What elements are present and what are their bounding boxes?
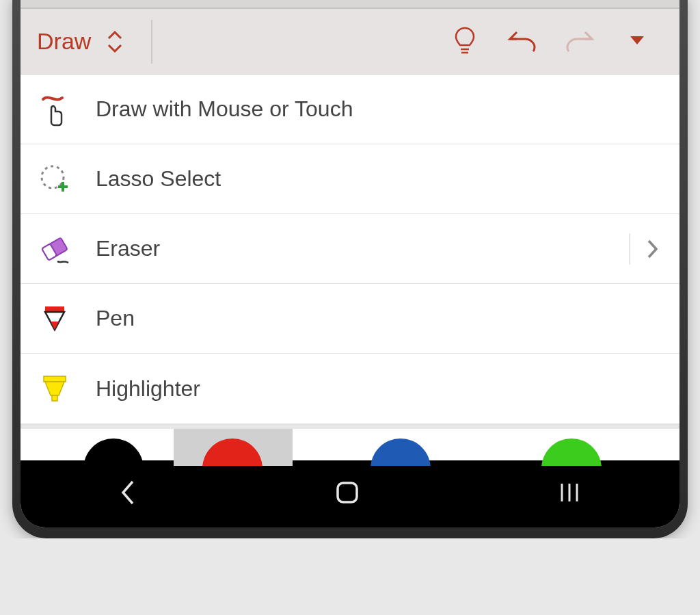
chevron-right-icon [629, 233, 659, 265]
menu-item-label: Eraser [96, 236, 606, 261]
svg-point-3 [42, 166, 64, 188]
overflow-button[interactable] [608, 20, 666, 64]
draw-touch-icon [37, 92, 72, 127]
screen: Draw [21, 0, 679, 527]
menu-item-label: Lasso Select [96, 166, 659, 192]
caret-down-icon [629, 35, 645, 49]
menu-item-label: Highlighter [96, 376, 659, 402]
svg-marker-2 [630, 36, 644, 44]
nav-home-button[interactable] [334, 480, 360, 508]
svg-rect-14 [338, 483, 357, 502]
ribbon-toolbar: Draw [21, 9, 679, 75]
color-swatch-black[interactable] [55, 429, 174, 466]
color-swatch-row [21, 423, 679, 460]
menu-item-draw-touch[interactable]: Draw with Mouse or Touch [21, 75, 679, 144]
color-swatch-green[interactable] [513, 429, 632, 466]
menu-item-label: Pen [96, 306, 659, 331]
eraser-icon [37, 231, 72, 267]
pen-icon [37, 301, 72, 337]
svg-rect-11 [44, 376, 66, 382]
redo-icon [565, 27, 595, 57]
svg-marker-12 [45, 382, 64, 395]
android-nav-bar [21, 460, 679, 527]
undo-button[interactable] [494, 20, 551, 64]
canvas-peek [21, 0, 679, 9]
menu-item-eraser[interactable]: Eraser [21, 214, 679, 284]
svg-rect-13 [52, 395, 57, 401]
menu-item-highlighter[interactable]: Highlighter [21, 354, 679, 423]
menu-item-label: Draw with Mouse or Touch [96, 96, 659, 122]
draw-menu: Draw with Mouse or Touch Lasso Select [21, 75, 679, 423]
phone-frame: Draw [12, 0, 688, 538]
ribbon-tab-label: Draw [37, 28, 91, 55]
ideas-button[interactable] [436, 20, 494, 64]
ribbon-tab-selector[interactable]: Draw [37, 20, 152, 64]
highlighter-icon [37, 371, 72, 406]
undo-icon [507, 27, 537, 57]
color-swatch-red[interactable] [174, 429, 293, 466]
chevrons-updown-icon [106, 29, 124, 55]
nav-back-button[interactable] [119, 479, 137, 509]
lightbulb-icon [452, 25, 478, 58]
color-swatch-blue[interactable] [342, 429, 461, 466]
lasso-icon [37, 161, 72, 197]
nav-recents-button[interactable] [558, 481, 581, 507]
menu-item-lasso[interactable]: Lasso Select [21, 144, 679, 214]
redo-button [551, 20, 608, 64]
menu-item-pen[interactable]: Pen [21, 284, 679, 354]
